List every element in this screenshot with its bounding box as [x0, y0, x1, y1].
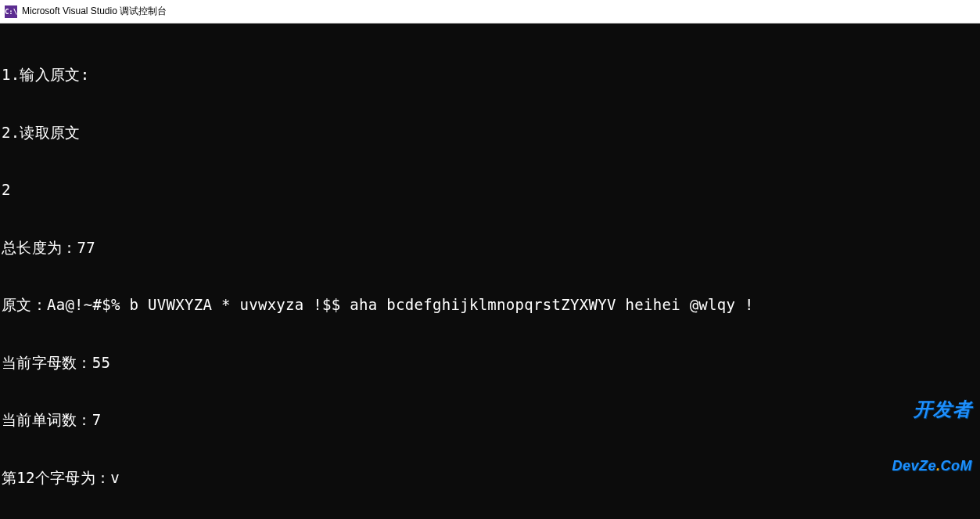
- console-line: 2: [2, 180, 978, 200]
- window-title: Microsoft Visual Studio 调试控制台: [22, 5, 167, 18]
- console-line: 1.输入原文:: [2, 65, 978, 85]
- console-line: 原文：Aa@!~#$% b UVWXYZA * uvwxyza !$$ aha …: [2, 295, 978, 315]
- console-output[interactable]: 1.输入原文: 2.读取原文 2 总长度为：77 原文：Aa@!~#$% b U…: [0, 23, 980, 519]
- title-bar: C:\ Microsoft Visual Studio 调试控制台: [0, 0, 980, 23]
- console-line: 第12个字母为：v: [2, 468, 978, 488]
- console-line: 当前单词数：7: [2, 410, 978, 430]
- console-line: 2.读取原文: [2, 123, 978, 142]
- app-icon: C:\: [5, 5, 17, 18]
- console-line: 总长度为：77: [2, 238, 978, 258]
- console-line: 当前字母数：55: [2, 353, 978, 373]
- watermark: 开发者 DevZe.CoM: [892, 360, 972, 513]
